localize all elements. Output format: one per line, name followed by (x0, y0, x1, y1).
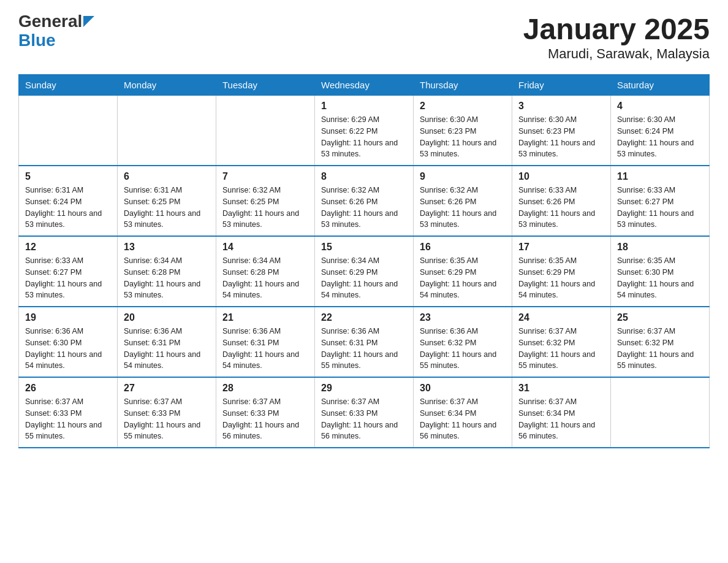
calendar-cell: 10Sunrise: 6:33 AMSunset: 6:26 PMDayligh… (512, 166, 611, 236)
day-number: 28 (222, 383, 308, 394)
day-number: 1 (321, 101, 407, 112)
day-info: Sunrise: 6:37 AMSunset: 6:32 PMDaylight:… (617, 326, 703, 372)
calendar-cell: 19Sunrise: 6:36 AMSunset: 6:30 PMDayligh… (19, 307, 118, 377)
weekday-header-sunday: Sunday (19, 75, 118, 96)
day-info: Sunrise: 6:37 AMSunset: 6:34 PMDaylight:… (420, 396, 506, 442)
day-number: 8 (321, 171, 407, 182)
calendar-cell: 31Sunrise: 6:37 AMSunset: 6:34 PMDayligh… (512, 377, 611, 448)
day-info: Sunrise: 6:32 AMSunset: 6:25 PMDaylight:… (222, 185, 308, 231)
calendar-cell: 5Sunrise: 6:31 AMSunset: 6:24 PMDaylight… (19, 166, 118, 236)
logo: General Blue (18, 12, 94, 50)
day-info: Sunrise: 6:37 AMSunset: 6:33 PMDaylight:… (321, 396, 407, 442)
day-info: Sunrise: 6:36 AMSunset: 6:32 PMDaylight:… (420, 326, 506, 372)
day-info: Sunrise: 6:35 AMSunset: 6:29 PMDaylight:… (518, 255, 604, 301)
logo-general-text: General (18, 12, 82, 31)
day-info: Sunrise: 6:30 AMSunset: 6:24 PMDaylight:… (617, 114, 703, 160)
weekday-header-tuesday: Tuesday (216, 75, 315, 96)
day-info: Sunrise: 6:30 AMSunset: 6:23 PMDaylight:… (518, 114, 604, 160)
calendar-cell: 11Sunrise: 6:33 AMSunset: 6:27 PMDayligh… (611, 166, 710, 236)
calendar-cell (216, 96, 315, 166)
day-number: 14 (222, 242, 308, 253)
calendar-cell: 8Sunrise: 6:32 AMSunset: 6:26 PMDaylight… (315, 166, 414, 236)
calendar-cell: 21Sunrise: 6:36 AMSunset: 6:31 PMDayligh… (216, 307, 315, 377)
calendar-cell: 3Sunrise: 6:30 AMSunset: 6:23 PMDaylight… (512, 96, 611, 166)
calendar-cell: 25Sunrise: 6:37 AMSunset: 6:32 PMDayligh… (611, 307, 710, 377)
day-number: 10 (518, 171, 604, 182)
day-number: 24 (518, 312, 604, 323)
calendar-cell: 12Sunrise: 6:33 AMSunset: 6:27 PMDayligh… (19, 236, 118, 307)
weekday-header-monday: Monday (118, 75, 216, 96)
day-number: 13 (124, 242, 210, 253)
day-info: Sunrise: 6:34 AMSunset: 6:28 PMDaylight:… (124, 255, 210, 301)
calendar-cell: 24Sunrise: 6:37 AMSunset: 6:32 PMDayligh… (512, 307, 611, 377)
calendar-cell: 18Sunrise: 6:35 AMSunset: 6:30 PMDayligh… (611, 236, 710, 307)
day-number: 9 (420, 171, 506, 182)
calendar-cell (611, 377, 710, 448)
calendar-cell (118, 96, 216, 166)
day-number: 26 (25, 383, 111, 394)
calendar-cell: 28Sunrise: 6:37 AMSunset: 6:33 PMDayligh… (216, 377, 315, 448)
page-header: General Blue January 2025 Marudi, Sarawa… (18, 12, 710, 62)
day-number: 30 (420, 383, 506, 394)
day-info: Sunrise: 6:33 AMSunset: 6:26 PMDaylight:… (518, 185, 604, 231)
day-number: 12 (25, 242, 111, 253)
calendar-cell: 15Sunrise: 6:34 AMSunset: 6:29 PMDayligh… (315, 236, 414, 307)
day-info: Sunrise: 6:36 AMSunset: 6:31 PMDaylight:… (222, 326, 308, 372)
calendar-cell: 26Sunrise: 6:37 AMSunset: 6:33 PMDayligh… (19, 377, 118, 448)
week-row-4: 19Sunrise: 6:36 AMSunset: 6:30 PMDayligh… (19, 307, 710, 377)
week-row-5: 26Sunrise: 6:37 AMSunset: 6:33 PMDayligh… (19, 377, 710, 448)
day-info: Sunrise: 6:37 AMSunset: 6:33 PMDaylight:… (25, 396, 111, 442)
day-info: Sunrise: 6:35 AMSunset: 6:29 PMDaylight:… (420, 255, 506, 301)
day-number: 20 (124, 312, 210, 323)
day-info: Sunrise: 6:34 AMSunset: 6:28 PMDaylight:… (222, 255, 308, 301)
calendar-title: January 2025 (523, 12, 710, 46)
calendar-cell: 16Sunrise: 6:35 AMSunset: 6:29 PMDayligh… (414, 236, 512, 307)
day-number: 6 (124, 171, 210, 182)
week-row-3: 12Sunrise: 6:33 AMSunset: 6:27 PMDayligh… (19, 236, 710, 307)
calendar-cell: 27Sunrise: 6:37 AMSunset: 6:33 PMDayligh… (118, 377, 216, 448)
weekday-header-saturday: Saturday (611, 75, 710, 96)
calendar-cell: 20Sunrise: 6:36 AMSunset: 6:31 PMDayligh… (118, 307, 216, 377)
title-area: January 2025 Marudi, Sarawak, Malaysia (523, 12, 710, 62)
day-info: Sunrise: 6:37 AMSunset: 6:33 PMDaylight:… (124, 396, 210, 442)
day-number: 21 (222, 312, 308, 323)
day-info: Sunrise: 6:37 AMSunset: 6:33 PMDaylight:… (222, 396, 308, 442)
calendar-cell: 7Sunrise: 6:32 AMSunset: 6:25 PMDaylight… (216, 166, 315, 236)
day-info: Sunrise: 6:32 AMSunset: 6:26 PMDaylight:… (420, 185, 506, 231)
day-number: 3 (518, 101, 604, 112)
weekday-header-row: SundayMondayTuesdayWednesdayThursdayFrid… (19, 75, 710, 96)
day-info: Sunrise: 6:37 AMSunset: 6:32 PMDaylight:… (518, 326, 604, 372)
calendar-cell: 22Sunrise: 6:36 AMSunset: 6:31 PMDayligh… (315, 307, 414, 377)
day-info: Sunrise: 6:36 AMSunset: 6:31 PMDaylight:… (124, 326, 210, 372)
day-number: 2 (420, 101, 506, 112)
day-number: 7 (222, 171, 308, 182)
day-number: 11 (617, 171, 703, 182)
calendar-cell: 6Sunrise: 6:31 AMSunset: 6:25 PMDaylight… (118, 166, 216, 236)
day-info: Sunrise: 6:29 AMSunset: 6:22 PMDaylight:… (321, 114, 407, 160)
calendar-table: SundayMondayTuesdayWednesdayThursdayFrid… (18, 74, 710, 448)
week-row-2: 5Sunrise: 6:31 AMSunset: 6:24 PMDaylight… (19, 166, 710, 236)
day-number: 22 (321, 312, 407, 323)
day-number: 29 (321, 383, 407, 394)
calendar-cell: 29Sunrise: 6:37 AMSunset: 6:33 PMDayligh… (315, 377, 414, 448)
calendar-subtitle: Marudi, Sarawak, Malaysia (523, 46, 710, 62)
day-number: 17 (518, 242, 604, 253)
day-number: 27 (124, 383, 210, 394)
day-info: Sunrise: 6:36 AMSunset: 6:30 PMDaylight:… (25, 326, 111, 372)
logo-triangle-icon (83, 16, 94, 27)
week-row-1: 1Sunrise: 6:29 AMSunset: 6:22 PMDaylight… (19, 96, 710, 166)
calendar-cell: 30Sunrise: 6:37 AMSunset: 6:34 PMDayligh… (414, 377, 512, 448)
calendar-cell: 17Sunrise: 6:35 AMSunset: 6:29 PMDayligh… (512, 236, 611, 307)
day-number: 15 (321, 242, 407, 253)
calendar-cell: 4Sunrise: 6:30 AMSunset: 6:24 PMDaylight… (611, 96, 710, 166)
logo-blue-text: Blue (18, 31, 56, 50)
day-info: Sunrise: 6:37 AMSunset: 6:34 PMDaylight:… (518, 396, 604, 442)
day-info: Sunrise: 6:33 AMSunset: 6:27 PMDaylight:… (25, 255, 111, 301)
day-info: Sunrise: 6:31 AMSunset: 6:25 PMDaylight:… (124, 185, 210, 231)
day-number: 16 (420, 242, 506, 253)
day-info: Sunrise: 6:35 AMSunset: 6:30 PMDaylight:… (617, 255, 703, 301)
day-number: 23 (420, 312, 506, 323)
weekday-header-thursday: Thursday (414, 75, 512, 96)
calendar-cell: 14Sunrise: 6:34 AMSunset: 6:28 PMDayligh… (216, 236, 315, 307)
calendar-cell: 9Sunrise: 6:32 AMSunset: 6:26 PMDaylight… (414, 166, 512, 236)
